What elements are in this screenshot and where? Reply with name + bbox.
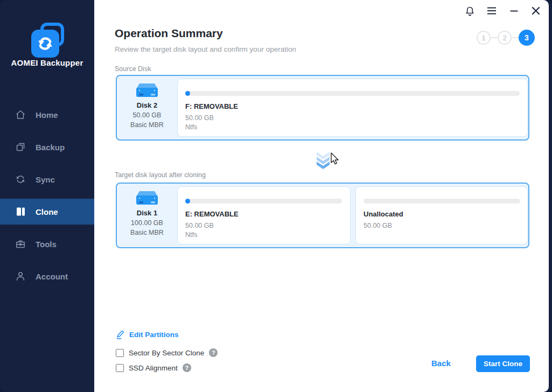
sidebar-item-clone[interactable]: Clone xyxy=(0,199,94,225)
partition-filesystem: Ntfs xyxy=(185,123,197,131)
step-3-current: 3 xyxy=(519,30,535,46)
account-icon xyxy=(15,271,26,282)
ssd-alignment-checkbox[interactable] xyxy=(116,364,124,372)
disk-type: Basic MBR xyxy=(117,121,177,129)
sector-by-sector-label: Sector By Sector Clone xyxy=(129,349,204,357)
disk-name: Disk 1 xyxy=(117,209,177,217)
partition-usage-bar xyxy=(185,199,342,204)
sidebar-item-label: Clone xyxy=(36,207,58,216)
sidebar-item-label: Backup xyxy=(36,143,65,152)
app-logo-icon xyxy=(29,23,66,58)
ssd-alignment-label: SSD Alignment xyxy=(129,364,178,372)
sidebar-item-account[interactable]: Account xyxy=(0,263,94,289)
app-title: AOMEI Backupper xyxy=(0,58,94,67)
target-partition-1[interactable]: E: REMOVABLE 50.00 GB Ntfs xyxy=(177,186,351,244)
sidebar-item-backup[interactable]: Backup xyxy=(0,134,94,160)
target-layout-label: Target disk layout after cloning xyxy=(115,171,206,179)
source-disk-label: Source Disk xyxy=(115,65,151,73)
partition-name: F: REMOVABLE xyxy=(185,102,238,110)
sync-arrows-icon xyxy=(36,34,54,53)
help-icon[interactable]: ? xyxy=(209,348,218,357)
clone-icon xyxy=(15,206,26,217)
sidebar-item-home[interactable]: Home xyxy=(0,102,94,128)
notification-bell-icon[interactable] xyxy=(463,4,476,17)
step-2: 2 xyxy=(498,31,512,45)
home-icon xyxy=(15,109,26,120)
page-subtitle: Review the target disk layout and confir… xyxy=(115,45,296,53)
edit-pen-icon xyxy=(116,330,125,339)
source-disk-info: Disk 2 50.00 GB Basic MBR xyxy=(117,76,177,139)
disk-size: 100.00 GB xyxy=(117,219,177,227)
page-title: Operation Summary xyxy=(115,27,223,40)
source-partition[interactable]: F: REMOVABLE 50.00 GB Ntfs xyxy=(177,79,528,137)
sidebar-item-label: Home xyxy=(36,110,58,120)
step-indicator: 1 2 3 xyxy=(477,30,535,46)
step-connector xyxy=(491,37,498,38)
disk-icon xyxy=(135,81,159,100)
back-button[interactable]: Back xyxy=(431,359,451,368)
sidebar: AOMEI Backupper Home Backup xyxy=(0,0,94,392)
disk-icon xyxy=(135,188,159,208)
menu-icon[interactable] xyxy=(485,4,498,17)
sector-by-sector-checkbox[interactable] xyxy=(116,349,124,357)
sidebar-item-tools[interactable]: Tools xyxy=(0,231,94,257)
target-partition-unallocated[interactable]: Unallocated 50.00 GB xyxy=(355,186,528,244)
app-window: AOMEI Backupper Home Backup xyxy=(0,0,552,392)
logo: AOMEI Backupper xyxy=(0,0,94,81)
sync-icon xyxy=(15,174,26,185)
sidebar-item-sync[interactable]: Sync xyxy=(0,166,94,192)
partition-filesystem: Ntfs xyxy=(185,231,197,239)
ssd-alignment-row: SSD Alignment ? xyxy=(116,363,191,372)
sidebar-item-label: Sync xyxy=(36,175,55,184)
sidebar-item-label: Tools xyxy=(36,240,57,249)
backup-icon xyxy=(15,142,26,152)
sidebar-nav: Home Backup Sync xyxy=(0,102,94,296)
disk-size: 50.00 GB xyxy=(117,111,177,119)
sector-by-sector-row: Sector By Sector Clone ? xyxy=(116,348,218,357)
edit-partitions-label: Edit Partitions xyxy=(129,331,179,339)
main-content: Operation Summary Review the target disk… xyxy=(94,0,549,392)
source-disk-card[interactable]: Disk 2 50.00 GB Basic MBR F: REMOVABLE 5… xyxy=(116,75,529,141)
partition-size: 50.00 GB xyxy=(185,222,214,229)
edit-partitions-button[interactable]: Edit Partitions xyxy=(116,330,179,339)
close-icon[interactable] xyxy=(529,4,542,17)
clone-direction-chevrons-icon xyxy=(316,152,330,171)
partition-name: E: REMOVABLE xyxy=(185,210,239,218)
partition-usage-bar xyxy=(364,199,520,204)
titlebar xyxy=(463,4,542,17)
minimize-icon[interactable] xyxy=(507,4,520,17)
tools-icon xyxy=(15,239,26,249)
partition-name: Unallocated xyxy=(364,210,403,218)
help-icon[interactable]: ? xyxy=(183,363,191,372)
mouse-cursor xyxy=(330,152,341,165)
partition-size: 50.00 GB xyxy=(364,222,392,229)
disk-type: Basic MBR xyxy=(117,229,177,236)
disk-name: Disk 2 xyxy=(117,101,177,109)
partition-size: 50.00 GB xyxy=(185,114,214,122)
step-1: 1 xyxy=(477,31,491,45)
target-disk-card[interactable]: Disk 1 100.00 GB Basic MBR E: REMOVABLE … xyxy=(116,183,529,248)
step-connector xyxy=(512,37,519,38)
start-clone-button[interactable]: Start Clone xyxy=(476,355,530,372)
partition-usage-bar xyxy=(185,91,520,96)
sidebar-item-label: Account xyxy=(36,272,68,281)
target-disk-info: Disk 1 100.00 GB Basic MBR xyxy=(117,184,177,247)
